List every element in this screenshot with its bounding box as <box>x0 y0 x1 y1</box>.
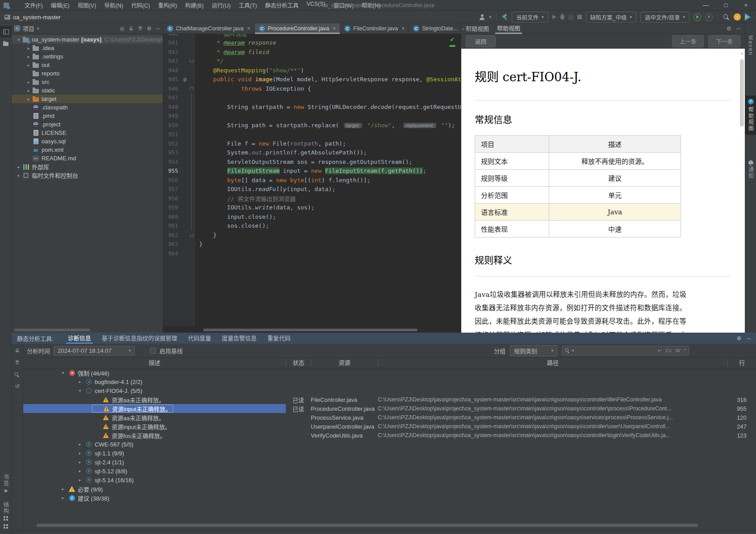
chevron-icon[interactable]: ▸ <box>25 88 32 93</box>
issue-row[interactable]: ▸Ssjt-5.12 (8/8) <box>23 467 756 476</box>
regex-icon[interactable]: * <box>684 348 686 353</box>
close-button[interactable]: × <box>736 0 756 11</box>
column-header[interactable]: 行 <box>727 359 756 367</box>
issue-description-cell[interactable]: ▸Ssjt-5.12 (8/8) <box>23 467 286 476</box>
editor-tab[interactable]: CStringtoDate...⌄ <box>409 23 469 33</box>
stop-analysis-icon-disabled[interactable] <box>705 13 713 21</box>
profiler-icon-disabled[interactable] <box>568 15 573 20</box>
minimize-button[interactable]: — <box>696 0 716 11</box>
chevron-icon[interactable]: ▸ <box>77 380 83 384</box>
code-line[interactable]: 956 byte[] data = new byte[(int) f.lengt… <box>163 175 461 185</box>
match-case-icon[interactable]: Cc <box>666 348 672 353</box>
project-tree-row[interactable]: ▸临时文件和控制台 <box>12 171 163 179</box>
project-tree-row[interactable]: ▸target <box>12 95 163 103</box>
filter-search-icon[interactable] <box>15 372 20 377</box>
previous-button[interactable]: 上一条 <box>672 35 704 47</box>
collapse-all-icon[interactable]: ⇈ <box>138 25 142 32</box>
issue-description-cell[interactable]: ▸i建议 (38/38) <box>23 493 286 502</box>
menu-item[interactable]: 文件(F) <box>21 1 47 9</box>
code-line[interactable]: 954 ServletOutputStream sos = response.g… <box>163 157 461 167</box>
project-tree-row[interactable]: .classpath <box>12 103 163 112</box>
menu-item[interactable]: 静态分析工具 <box>261 1 302 9</box>
menu-item[interactable]: 重构(R) <box>154 1 181 9</box>
scope-combo[interactable]: 选中文件/目录 ▾ <box>640 12 689 23</box>
baseline-checkbox[interactable] <box>150 348 156 354</box>
analysis-time-combo[interactable]: 2024-07-07 18:14:07 ▾ <box>54 346 135 355</box>
bottom-tab[interactable]: 基于诊断信息指纹的误报管理 <box>96 333 183 344</box>
group-combo[interactable]: 规则类别 ▾ <box>510 345 557 356</box>
issue-row[interactable]: ▸●bugfinder-4.1 (2/2) <box>23 377 756 386</box>
menu-item[interactable]: 运行(U) <box>208 1 234 9</box>
menu-item[interactable]: 代码(C) <box>127 1 154 9</box>
chevron-icon[interactable]: ▸ <box>25 97 32 101</box>
fold-start-icon[interactable] <box>190 87 193 90</box>
tab-overflow-kebab-icon[interactable]: ⋮ <box>469 23 482 33</box>
project-tree-row[interactable]: ▸外部库 <box>12 163 163 171</box>
issue-description-cell[interactable]: ▸CCWE-567 (5/5) <box>23 440 286 449</box>
chevron-icon[interactable]: ▸ <box>60 496 66 500</box>
menu-item[interactable]: 视图(V) <box>74 1 100 9</box>
bottom-tab[interactable]: 诊断信息 <box>63 333 96 344</box>
issue-row[interactable]: ▸i建议 (38/38) <box>23 493 756 502</box>
project-tree-row[interactable]: MDREADME.md <box>12 154 163 163</box>
structure-stripe-button[interactable]: 结构 <box>0 502 12 521</box>
hide-panel-icon[interactable]: ─ <box>747 335 751 342</box>
issue-description-cell[interactable]: ▾◦cert-FIO04-J. (5/5) <box>23 386 286 395</box>
issue-row[interactable]: ▸Ssjt-2.4 (1/1) <box>23 458 756 467</box>
close-icon[interactable]: × <box>401 25 405 32</box>
issue-description-cell[interactable]: !资源fos未正确释放。 <box>23 431 286 440</box>
issue-row[interactable]: ▾✕强制 (46/46) <box>23 368 756 377</box>
gear-icon[interactable]: ⚙ <box>147 25 152 32</box>
chevron-icon[interactable]: ▾ <box>60 371 66 375</box>
breadcrumb[interactable]: oa_system-master <box>4 14 61 21</box>
right-stripe-item-Maven[interactable]: Maven <box>745 32 756 59</box>
right-stripe-item-通知[interactable]: 通知 <box>745 156 756 182</box>
code-line[interactable]: 963} <box>163 240 461 249</box>
issue-row[interactable]: !资源input未正确释放。已读ProcedureController.java… <box>23 404 756 413</box>
next-button[interactable]: 下一条 <box>708 35 740 47</box>
project-tree-row[interactable]: ▸static <box>12 86 163 95</box>
issue-row[interactable]: ▸!必要 (9/9) <box>23 484 756 493</box>
profile-chevron-icon[interactable]: ▾ <box>489 15 491 19</box>
chevron-icon[interactable]: ▸ <box>60 487 66 491</box>
project-tree-row[interactable]: ▾oa_system-master[oasys]C:\Users\PZJ\Des… <box>12 35 163 44</box>
issue-row[interactable]: !资源aa未正确释放。ProcessService.javaC:\Users\P… <box>23 413 756 422</box>
editor-tab[interactable]: CChatManageController.java× <box>163 23 255 33</box>
inspection-status-widget[interactable]: ✔ <box>449 36 455 47</box>
project-tree-row[interactable]: mpom.xml <box>12 146 163 154</box>
folder-stripe-button[interactable] <box>0 38 12 49</box>
issue-description-cell[interactable]: ▸Ssjt-1.1 (9/9) <box>23 449 286 458</box>
debug-icon-disabled[interactable] <box>560 15 564 20</box>
project-tree-row[interactable]: ▸.settings <box>12 52 163 61</box>
code-line[interactable]: 964 <box>163 249 461 258</box>
breadcrumb-project[interactable]: oa_system-master <box>13 14 61 21</box>
bottom-hscrollbar[interactable] <box>37 524 698 527</box>
scroll-up-icon[interactable]: ∧ <box>740 51 743 56</box>
issue-row[interactable]: !资源input未正确释放。UserpanelController.javaC:… <box>23 422 756 431</box>
doc-scrollbar-thumb[interactable] <box>740 59 744 126</box>
bottom-tab[interactable]: 度量告警信息 <box>217 333 262 344</box>
run-analysis-icon[interactable] <box>693 13 701 21</box>
code-line[interactable]: 959 IOUtils.write(data, sos); <box>163 203 461 213</box>
help-document[interactable]: 规则 cert-FIO04-J. 常规信息 项目描述 规则文本释放不再使用的资源… <box>461 49 745 333</box>
chevron-icon[interactable]: ▸ <box>15 173 22 178</box>
bottom-tab[interactable]: 代码度量 <box>183 333 217 344</box>
project-tree-row[interactable]: LICENSE <box>12 129 163 137</box>
stop-icon-disabled[interactable] <box>577 15 582 19</box>
issue-description-cell[interactable]: ▸Ssjt-5.14 (16/16) <box>23 476 286 484</box>
gear-icon[interactable]: ⚙ <box>727 25 731 32</box>
code-line[interactable]: 947 <box>163 93 461 103</box>
code-line[interactable]: 951 <box>163 130 461 139</box>
project-tree-row[interactable]: .pmd <box>12 112 163 120</box>
project-tree-row[interactable]: reports <box>12 69 163 78</box>
search-history-icon[interactable]: ↩ <box>658 347 662 354</box>
menu-item[interactable]: 构建(B) <box>181 1 208 9</box>
code-line[interactable]: 948 String startpath = new String(URLDec… <box>163 102 461 112</box>
project-tree-row[interactable]: ▸.idea <box>12 44 163 52</box>
issue-description-cell[interactable]: !资源aa未正确释放。 <box>23 413 286 422</box>
run-config-combo[interactable]: 当前文件 ▾ <box>512 12 548 23</box>
issue-description-cell[interactable]: ▸Ssjt-2.4 (1/1) <box>23 458 286 467</box>
issue-description-cell[interactable]: ▸●bugfinder-4.1 (2/2) <box>23 377 286 386</box>
fold-end-icon[interactable] <box>190 234 193 237</box>
fold-end-icon[interactable] <box>190 59 193 63</box>
